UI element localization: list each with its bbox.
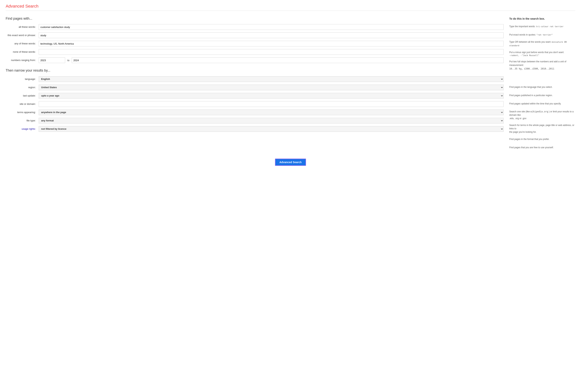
region-select[interactable]: United States any region United Kingdom … [39,84,504,90]
region-label: region: [6,86,39,89]
hint-site-line1: Search one site (like wikipedia.org ) or… [509,110,575,117]
any-of-these-input[interactable] [39,41,504,46]
usage-rights-label[interactable]: usage rights: [6,127,39,131]
language-select[interactable]: English any language French German Spani… [39,76,504,82]
hint-any-of-these: Type OR between all the words you want: … [509,40,575,47]
language-label: language: [6,78,39,81]
page-title: Advanced Search [6,4,575,9]
terms-appearing-row: terms appearing: anywhere in the page in… [6,110,504,115]
to-label: to [65,59,72,62]
hint-terms-line2: the page you're looking for. [509,130,537,134]
find-section-title: Find pages with... [6,16,504,21]
hint-numbers-line2: 10..35 kg, £300..£500, 2010..2011 [509,68,554,70]
hint-file-type-text: Find pages in the format that you prefer… [509,138,550,141]
none-of-these-label: none of these words: [6,50,39,54]
hint-language: Find pages in the language that you sele… [509,84,575,90]
numbers-range-row: numbers ranging from: to [6,58,504,63]
site-domain-input[interactable] [39,101,504,107]
hint-region: Find pages published in a particular reg… [509,92,575,98]
hint-site-line2: .edu, .org or .gov [509,117,527,120]
hint-exact-phrase: Put exact words in quotes: "rat terrier" [509,32,575,38]
hint-site-domain: Search one site (like wikipedia.org ) or… [509,109,575,120]
exact-phrase-label: this exact word or phrase: [6,34,39,37]
hint-exact-phrase-code: "rat terrier" [537,34,553,36]
hint-terms-line1: Search for terms in the whole page, page… [509,124,575,130]
file-type-label: file type: [6,119,39,122]
hint-last-update-text: Find pages updated within the time that … [509,102,561,105]
top-divider [6,10,575,11]
file-type-row: file type: any format Adobe Acrobat PDF … [6,118,504,124]
language-row: language: English any language French Ge… [6,76,504,82]
hint-none-line1: Put a minus sign just before words that … [509,50,564,54]
exact-phrase-row: this exact word or phrase: [6,32,504,38]
hint-any-of-these-code: miniature OR standard [509,41,567,47]
number-from-input[interactable] [39,58,65,63]
terms-appearing-select[interactable]: anywhere in the page in the title of the… [39,110,504,115]
hint-exact-phrase-text: Put exact words in quotes: "rat terrier" [509,33,553,37]
hint-none-of-these: Put a minus sign just before words that … [509,50,575,57]
none-of-these-row: none of these words: [6,49,504,55]
hint-all-these: Type the important words: tri-colour rat… [509,24,575,29]
main-layout: Find pages with... all these words: this… [6,14,575,153]
number-range-container: to [39,58,504,63]
hint-none-line2: -rodent, -"Jack Russell" [509,54,539,57]
hint-file-type: Find pages in the format that you prefer… [509,136,575,142]
last-update-select[interactable]: upto a year ago anytime past 24 hours pa… [39,93,504,98]
numbers-range-label: numbers ranging from: [6,58,39,62]
advanced-search-button[interactable]: Advanced Search [275,158,306,166]
last-update-row: last update: upto a year ago anytime pas… [6,93,504,98]
hint-any-of-these-text: Type OR between all the words you want: … [509,40,575,47]
region-row: region: United States any region United … [6,84,504,90]
hint-usage-rights-text: Find pages that you are free to use your… [509,146,554,149]
usage-rights-row: usage rights: not filtered by licence fr… [6,126,504,132]
none-of-these-input[interactable] [39,49,504,55]
hint-all-these-text: Type the important words: tri-colour rat… [509,25,564,28]
narrow-section-title: Then narrow your results by... [6,68,504,73]
all-these-words-row: all these words: [6,24,504,30]
any-of-these-row: any of these words: [6,41,504,46]
bottom-bar: Advanced Search [6,158,575,170]
hint-region-text: Find pages published in a particular reg… [509,94,553,97]
all-these-words-input[interactable] [39,24,504,30]
usage-rights-select[interactable]: not filtered by licence free to use or s… [39,126,504,132]
site-domain-label: site or domain: [6,102,39,106]
left-panel: Find pages with... all these words: this… [6,14,504,153]
hint-usage-rights: Find pages that you are free to use your… [509,145,575,150]
exact-phrase-input[interactable] [39,32,504,38]
any-of-these-label: any of these words: [6,42,39,45]
hint-numbers: Put two full stops between the numbers a… [509,60,575,71]
hint-section-title: To do this in the search box. [509,17,575,20]
narrow-section: Then narrow your results by... language:… [6,68,504,132]
all-these-words-label: all these words: [6,25,39,29]
number-to-input[interactable] [72,58,504,63]
hint-last-update: Find pages updated within the time that … [509,101,575,106]
hint-site-code: wikipedia.org [531,110,548,113]
narrow-section-spacer [509,73,575,84]
hint-all-these-code: tri-colour rat terrier [536,25,564,28]
last-update-label: last update: [6,94,39,98]
hint-terms-appearing: Search for terms in the whole page, page… [509,123,575,134]
terms-appearing-label: terms appearing: [6,111,39,114]
file-type-select[interactable]: any format Adobe Acrobat PDF (.pdf) Adob… [39,118,504,124]
hint-numbers-line1: Put two full stops between the numbers a… [509,60,566,66]
hint-language-text: Find pages in the language that you sele… [509,85,553,89]
site-domain-row: site or domain: [6,101,504,107]
right-panel: To do this in the search box. Type the i… [504,14,575,153]
